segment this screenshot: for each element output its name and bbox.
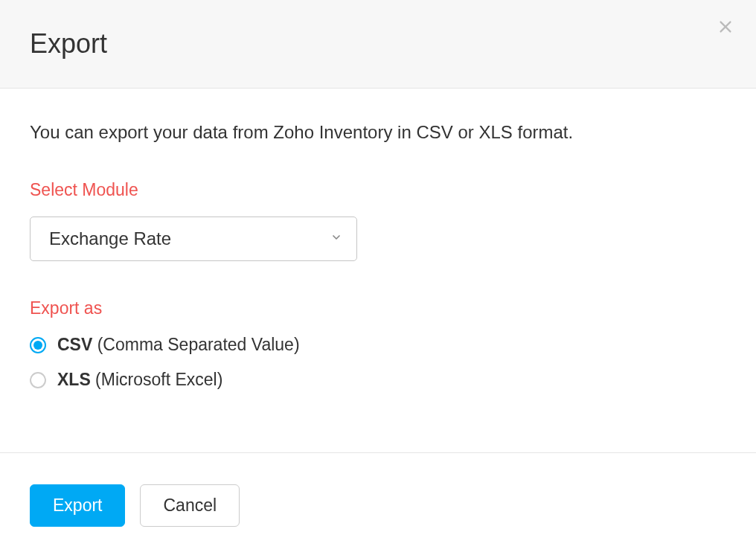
radio-label-csv: CSV (Comma Separated Value) — [57, 335, 300, 355]
dialog-body: You can export your data from Zoho Inven… — [0, 89, 756, 452]
dialog-title: Export — [30, 28, 107, 60]
export-description: You can export your data from Zoho Inven… — [30, 122, 726, 143]
export-as-label: Export as — [30, 298, 726, 318]
close-icon[interactable] — [717, 16, 734, 39]
export-format-radio-group: CSV (Comma Separated Value) XLS (Microso… — [30, 335, 726, 390]
export-button[interactable]: Export — [30, 484, 125, 527]
module-select[interactable]: Exchange Rate — [30, 217, 357, 261]
radio-indicator — [30, 372, 46, 388]
module-select-value: Exchange Rate — [49, 228, 171, 249]
dialog-header: Export — [0, 0, 756, 89]
dialog-footer: Export Cancel — [0, 452, 756, 558]
cancel-button[interactable]: Cancel — [140, 484, 240, 527]
radio-label-xls: XLS (Microsoft Excel) — [57, 370, 222, 390]
radio-option-xls[interactable]: XLS (Microsoft Excel) — [30, 370, 726, 390]
radio-indicator — [30, 337, 46, 353]
select-module-label: Select Module — [30, 180, 726, 200]
export-dialog: Export You can export your data from Zoh… — [0, 0, 756, 558]
radio-option-csv[interactable]: CSV (Comma Separated Value) — [30, 335, 726, 355]
